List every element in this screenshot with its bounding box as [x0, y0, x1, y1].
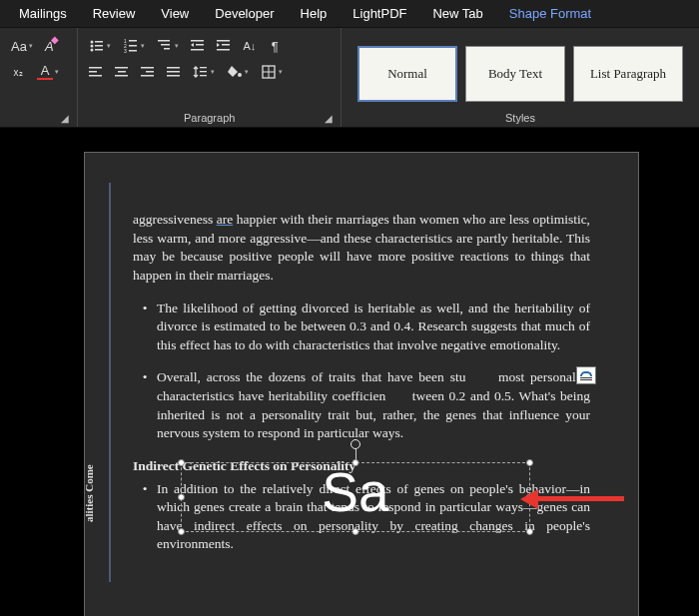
justify-button[interactable]: [164, 62, 184, 82]
svg-rect-19: [217, 40, 230, 42]
resize-handle-ne[interactable]: [526, 459, 533, 466]
svg-rect-37: [200, 75, 207, 76]
ribbon: Aa▾ A◆ x₂ A ▾ ◢ ▾ 123 ▾: [0, 28, 699, 128]
clear-formatting-button[interactable]: A◆: [42, 36, 57, 56]
decrease-indent-button[interactable]: [188, 36, 208, 56]
resize-handle-nw[interactable]: [178, 459, 185, 466]
numbering-button[interactable]: 123 ▾: [120, 36, 148, 56]
svg-point-0: [91, 41, 94, 44]
layout-options-icon[interactable]: [576, 366, 596, 384]
svg-point-38: [238, 73, 242, 77]
menu-view[interactable]: View: [148, 2, 202, 25]
align-left-button[interactable]: [86, 62, 106, 82]
svg-rect-26: [115, 67, 128, 69]
svg-rect-12: [158, 40, 170, 42]
resize-handle-se[interactable]: [526, 528, 533, 535]
page[interactable]: alities Come aggressiveness are happier …: [84, 152, 639, 616]
menu-shape-format[interactable]: Shape Format: [496, 2, 604, 25]
increase-indent-button[interactable]: [214, 36, 234, 56]
svg-rect-7: [129, 40, 137, 42]
styles-group-label: Styles: [342, 112, 699, 124]
align-right-button[interactable]: [138, 62, 158, 82]
svg-rect-23: [89, 67, 102, 69]
svg-marker-17: [191, 43, 194, 47]
shading-button[interactable]: ▾: [224, 62, 252, 82]
style-normal[interactable]: Normal: [357, 46, 457, 102]
superscript-button[interactable]: x₂: [8, 62, 28, 82]
svg-rect-11: [129, 50, 137, 52]
resize-handle-sw[interactable]: [178, 528, 185, 535]
svg-point-4: [91, 49, 94, 52]
svg-rect-22: [217, 49, 230, 51]
svg-rect-3: [95, 45, 103, 47]
menu-newtab[interactable]: New Tab: [419, 2, 495, 25]
svg-rect-5: [95, 49, 103, 51]
menu-mailings[interactable]: Mailings: [6, 2, 80, 25]
svg-rect-15: [191, 40, 204, 42]
document-canvas[interactable]: alities Come aggressiveness are happier …: [0, 128, 699, 616]
menu-review[interactable]: Review: [80, 2, 149, 25]
text-box-shape[interactable]: Sa: [181, 462, 530, 532]
style-body-text[interactable]: Body Text: [465, 46, 565, 102]
change-case-button[interactable]: Aa▾: [8, 36, 36, 56]
menu-lightpdf[interactable]: LightPDF: [340, 2, 419, 25]
svg-rect-1: [95, 41, 103, 43]
bullet-icon: •: [133, 480, 157, 555]
svg-rect-9: [129, 45, 137, 47]
svg-rect-35: [200, 67, 207, 68]
svg-rect-25: [89, 75, 102, 77]
svg-text:3: 3: [124, 48, 127, 54]
ribbon-group-paragraph: ▾ 123 ▾ ▾ A↓ ¶: [78, 28, 342, 127]
svg-rect-29: [141, 67, 154, 69]
bullet-icon: •: [133, 368, 157, 443]
svg-point-2: [91, 45, 94, 48]
svg-rect-13: [161, 44, 170, 46]
svg-rect-14: [164, 48, 170, 50]
svg-rect-31: [141, 75, 154, 77]
font-group-launcher-icon[interactable]: ◢: [61, 113, 71, 123]
spellcheck-underline[interactable]: are: [217, 212, 233, 227]
svg-rect-28: [115, 75, 128, 77]
svg-rect-32: [167, 67, 180, 69]
svg-rect-24: [89, 71, 97, 73]
svg-rect-18: [191, 49, 204, 51]
menu-help[interactable]: Help: [288, 2, 341, 25]
svg-rect-34: [167, 75, 180, 77]
menu-bar: Mailings Review View Developer Help Ligh…: [0, 0, 699, 28]
resize-handle-w[interactable]: [178, 494, 185, 501]
font-color-button[interactable]: A ▾: [34, 62, 62, 82]
multilevel-list-button[interactable]: ▾: [154, 36, 182, 56]
line-spacing-button[interactable]: ▾: [190, 62, 218, 82]
style-list-paragraph[interactable]: List Paragraph: [573, 46, 683, 102]
svg-rect-36: [200, 71, 207, 72]
rotation-handle[interactable]: [350, 439, 360, 449]
text-box-content[interactable]: Sa: [322, 455, 388, 531]
svg-rect-16: [196, 44, 204, 46]
list-item: • The likelihood of getting divorced is …: [133, 300, 590, 355]
margin-guide: [109, 183, 111, 582]
svg-rect-27: [118, 71, 126, 73]
annotation-arrow: [538, 496, 624, 501]
svg-marker-21: [217, 43, 220, 47]
align-center-button[interactable]: [112, 62, 132, 82]
paragraph-text: aggressiveness are happier with their ma…: [133, 211, 590, 286]
list-item: • Overall, across the dozens of traits t…: [133, 368, 590, 443]
paragraph-group-launcher-icon[interactable]: ◢: [325, 113, 335, 123]
bullets-button[interactable]: ▾: [86, 36, 114, 56]
bullet-text: The likelihood of getting divorced is he…: [157, 300, 590, 355]
ribbon-group-font: Aa▾ A◆ x₂ A ▾ ◢: [0, 28, 78, 127]
ribbon-group-styles: Normal Body Text List Paragraph Styles: [342, 28, 699, 127]
svg-rect-33: [167, 71, 180, 73]
show-marks-button[interactable]: ¶: [265, 36, 285, 56]
svg-rect-20: [222, 44, 230, 46]
sort-button[interactable]: A↓: [240, 36, 259, 56]
bullet-text: Overall, across the dozens of traits tha…: [157, 368, 590, 443]
bullet-icon: •: [133, 300, 157, 355]
side-tab-text: alities Come: [82, 464, 97, 522]
menu-developer[interactable]: Developer: [202, 2, 287, 25]
paragraph-group-label: Paragraph: [78, 112, 341, 124]
svg-rect-30: [146, 71, 154, 73]
borders-button[interactable]: ▾: [258, 62, 286, 82]
